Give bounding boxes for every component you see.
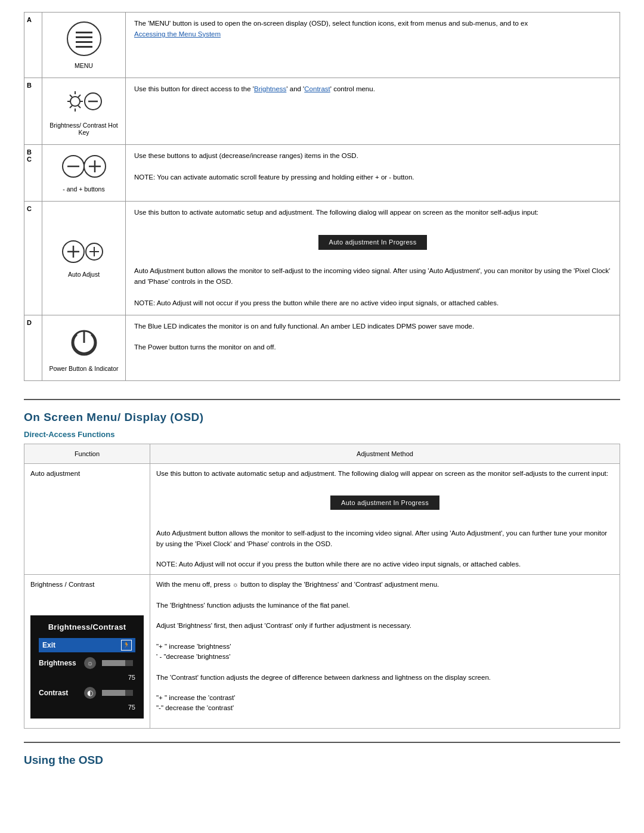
svg-rect-2 [76,36,92,38]
controls-table: A MENU The 'MENU' button is used to open… [24,12,620,381]
method-brightness: With the menu off, press ☼ button to dis… [150,575,620,728]
brightness-link[interactable]: Brightness [254,85,286,92]
osd-brightness-value: 75 [39,673,135,683]
desc-cell-power: The Blue LED indicates the monitor is on… [126,315,620,380]
svg-line-12 [78,95,80,97]
icon-cell-plusminus: - and + buttons [42,145,126,202]
auto-adj-progress-bar-1: Auto adjustment In Progress [318,235,428,250]
divider-2 [24,742,620,743]
svg-point-0 [67,22,101,55]
autoadj-desc-post2: NOTE: Auto Adjust will not occur if you … [134,299,499,306]
osd-brightness-label: Brightness [39,658,80,668]
osd-brightness-icon: ☼ [84,657,96,669]
plusminus-label: - and + buttons [48,185,119,193]
using-osd-section: Using the OSD [24,754,620,767]
osd-contrast-fill [102,690,125,696]
func-autoadj: Auto adjustment [24,464,150,575]
osd-brightness-bar [102,660,133,666]
svg-line-11 [78,106,80,108]
col-header-method: Adjustment Method [150,444,620,464]
row-label-c: C [24,202,42,315]
method-autoadj-post2: NOTE: Auto Adjust will not occur if you … [156,561,521,568]
auto-adj-progress-bar-2: Auto adjustment In Progress [330,496,439,510]
table-row-autoadj: Auto adjustment Use this button to activ… [24,464,620,575]
brightness-method-4: The 'Contrast' function adjusts the degr… [156,674,491,681]
power-icon [66,324,102,360]
osd-exit-label: Exit [42,640,121,651]
row-label-a: A [24,13,42,78]
plusminus-desc1: Use these buttons to adjust (decrease/in… [134,152,358,159]
osd-brightness-row: Brightness ☼ [39,657,135,669]
col-header-function: Function [24,444,150,464]
using-osd-heading: Using the OSD [24,754,620,767]
brightness-method-pre: With the menu off, press ☼ button to dis… [156,581,439,588]
svg-point-5 [70,97,80,106]
autoadjust-icon [60,239,108,265]
icon-cell-brightness: Brightness/ Contrast Hot Key [42,78,126,145]
direct-access-heading: Direct-Access Functions [24,430,620,439]
autoadjust-label: Auto Adjust [48,271,119,278]
func-brightness: Brightness / Contrast Brightness/Contras… [24,575,150,728]
brightness-method-3: "+ " increase 'brightness'' - "decrease … [156,643,231,660]
osd-brightness-fill [102,660,125,666]
osd-contrast-bar [102,690,133,696]
func-brightness-label: Brightness / Contrast [30,580,144,590]
menu-icon [66,21,102,57]
row-label-b: B [24,78,42,145]
svg-line-13 [70,106,72,108]
brightness-label: Brightness/ Contrast Hot Key [48,122,119,136]
method-autoadj: Use this button to activate automatic se… [150,464,620,575]
menu-label: MENU [48,62,119,69]
method-autoadj-post1: Auto Adjustment button allows the monito… [156,529,607,547]
svg-rect-4 [76,46,92,48]
row-label-d: D [24,315,42,380]
osd-contrast-value: 75 [39,702,135,713]
menu-link[interactable]: Accessing the Menu System [134,30,221,38]
svg-line-10 [70,95,72,97]
osd-exit-icon: 🏃 [121,640,132,651]
power-desc1: The Blue LED indicates the monitor is on… [134,323,474,330]
contrast-link[interactable]: Contrast [304,85,330,92]
brightness-method-1: The 'Brightness' function adjusts the lu… [156,602,350,609]
desc-cell-menu: The 'MENU' button is used to open the on… [126,13,620,78]
power-desc2: The Power button turns the monitor on an… [134,343,276,351]
table-row-brightness: Brightness / Contrast Brightness/Contras… [24,575,620,728]
direct-access-table: Function Adjustment Method Auto adjustme… [24,444,620,729]
osd-contrast-icon: ◐ [84,687,96,699]
osd-section: On Screen Menu/ Display (OSD) Direct-Acc… [24,411,620,729]
method-autoadj-pre: Use this button to activate automatic se… [156,470,608,477]
osd-heading: On Screen Menu/ Display (OSD) [24,411,620,424]
brightness-contrast-icon [63,86,105,116]
osd-contrast-label: Contrast [39,688,80,698]
divider-1 [24,399,620,400]
row-label-bc: B C [24,145,42,202]
osd-contrast-row: Contrast ◐ [39,687,135,699]
svg-rect-1 [76,32,92,33]
icon-cell-autoadj: Auto Adjust [42,202,126,315]
icon-cell-menu: MENU [42,13,126,78]
svg-rect-3 [76,41,92,43]
osd-exit-row: Exit 🏃 [39,638,135,652]
desc-cell-brightness: Use this button for direct access to the… [126,78,620,145]
osd-demo-box: Brightness/Contrast Exit 🏃 Brightness ☼ … [30,615,144,719]
autoadj-desc-post1: Auto Adjustment button allows the monito… [134,267,610,285]
menu-desc-text: The 'MENU' button is used to open the on… [134,20,528,27]
desc-cell-plusminus: Use these buttons to adjust (decrease/in… [126,145,620,202]
brightness-method-2: Adjust 'Brightness' first, then adjust '… [156,622,411,629]
desc-cell-autoadj: Use this button to activate automatic se… [126,202,620,315]
brightness-method-5: "+ " increase the 'contrast'"-" decrease… [156,694,235,711]
icon-cell-power: Power Button & Indicator [42,315,126,380]
osd-demo-title: Brightness/Contrast [39,621,135,633]
power-label: Power Button & Indicator [48,365,119,372]
plusminus-icon [60,153,108,180]
autoadj-desc-pre: Use this button to activate automatic se… [134,209,538,216]
plusminus-desc2: NOTE: You can activate automatic scroll … [134,174,414,181]
